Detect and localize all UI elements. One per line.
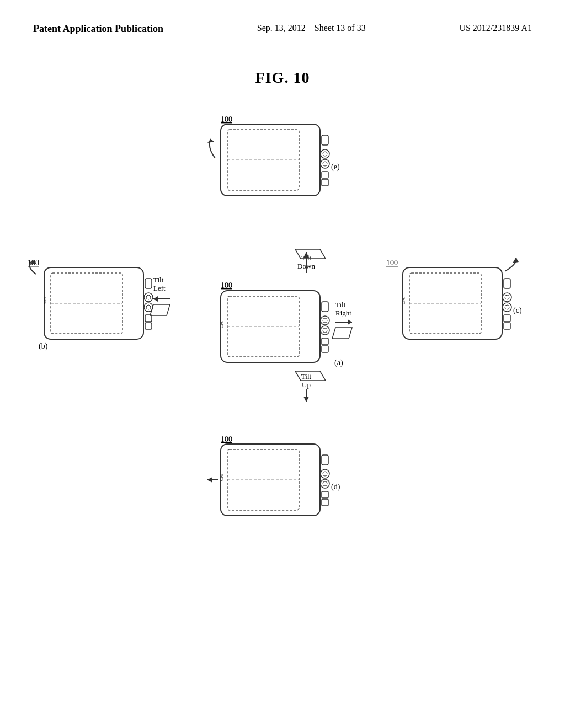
svg-point-3 xyxy=(321,149,329,158)
tilt-up-label: Tilt xyxy=(301,372,312,381)
svg-rect-35 xyxy=(322,338,328,345)
svg-rect-46 xyxy=(504,279,510,288)
label-right-100: 100 xyxy=(386,259,398,267)
sub-label-b: (b) xyxy=(39,342,48,351)
header-center-text: Sep. 13, 2012 Sheet 13 of 33 xyxy=(257,22,366,34)
gps-label-left: GPS xyxy=(43,297,47,304)
svg-rect-63 xyxy=(322,499,328,506)
svg-marker-22 xyxy=(153,296,158,302)
svg-marker-10 xyxy=(207,139,214,143)
diagram-area: 100 (e) 100 xyxy=(0,98,565,594)
label-bottom-100: 100 xyxy=(221,435,232,443)
svg-point-5 xyxy=(321,159,329,168)
svg-rect-57 xyxy=(322,455,328,465)
svg-rect-2 xyxy=(322,135,328,145)
page-header: Patent Application Publication Sep. 13, … xyxy=(0,0,565,36)
svg-point-31 xyxy=(321,316,329,325)
svg-marker-66 xyxy=(207,477,212,483)
tilt-left-label: Tilt xyxy=(153,276,164,284)
svg-rect-51 xyxy=(504,315,510,322)
sub-label-c: (c) xyxy=(513,306,522,315)
svg-point-58 xyxy=(321,469,329,478)
tilt-right-label-center: Tilt xyxy=(335,301,346,309)
device-left-b: 100 GPS Tilt Left xyxy=(28,259,170,351)
svg-point-14 xyxy=(144,293,153,302)
header-left-text: Patent Application Publication xyxy=(33,22,163,36)
svg-rect-7 xyxy=(322,172,328,178)
svg-rect-18 xyxy=(145,315,152,322)
svg-rect-19 xyxy=(145,323,152,329)
svg-marker-40 xyxy=(332,328,352,339)
gps-label-right: GPS xyxy=(402,297,406,304)
svg-rect-8 xyxy=(322,179,328,186)
svg-marker-23 xyxy=(150,304,170,315)
figure-title: FIG. 10 xyxy=(0,69,565,87)
gps-label-bottom: GPS xyxy=(220,474,224,481)
tilt-up-label2: Up xyxy=(302,381,311,389)
tilt-right-label-center2: Right xyxy=(335,309,351,317)
label-top-100: 100 xyxy=(221,115,232,124)
svg-rect-30 xyxy=(322,302,328,312)
svg-rect-13 xyxy=(145,279,152,288)
device-right-c: 100 GPS (c) xyxy=(386,258,522,339)
header-right-text: US 2012/231839 A1 xyxy=(459,22,532,34)
svg-marker-39 xyxy=(348,319,352,325)
sub-label-a: (a) xyxy=(334,358,343,367)
svg-point-33 xyxy=(321,326,329,335)
device-center-a: Tilt Down 100 GPS Ti xyxy=(220,249,352,402)
main-diagram-svg: 100 (e) 100 xyxy=(0,98,565,594)
gps-label-center: GPS xyxy=(220,321,224,328)
label-center-100: 100 xyxy=(221,281,232,290)
svg-rect-52 xyxy=(504,323,510,329)
svg-rect-62 xyxy=(322,491,328,498)
device-bottom-d: 100 GPS (d) xyxy=(207,435,340,516)
svg-point-49 xyxy=(503,303,511,312)
device-top-e: 100 (e) xyxy=(207,115,340,196)
svg-point-47 xyxy=(503,293,511,302)
svg-rect-36 xyxy=(322,346,328,352)
sub-label-e: (e) xyxy=(331,163,340,172)
sub-label-d: (d) xyxy=(331,483,340,491)
svg-marker-54 xyxy=(513,258,519,263)
svg-point-60 xyxy=(321,479,329,488)
svg-marker-42 xyxy=(303,397,309,402)
tilt-left-label2: Left xyxy=(153,284,166,292)
